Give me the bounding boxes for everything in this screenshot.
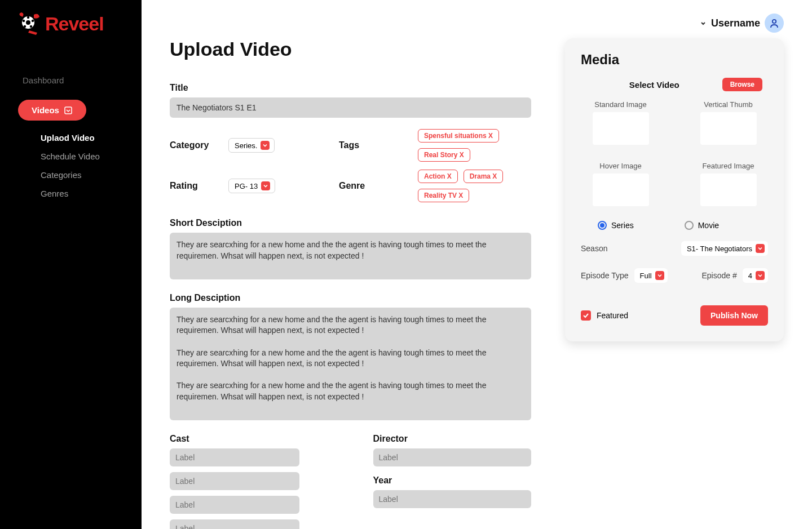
chevron-down-icon <box>655 271 664 280</box>
season-label: Season <box>581 244 607 253</box>
short-desc-input[interactable] <box>170 233 531 279</box>
thumb-placeholder <box>700 174 757 206</box>
chevron-down-icon <box>756 271 765 280</box>
nav-upload-video[interactable]: Uplaod Video <box>41 128 130 147</box>
category-select[interactable]: Series. <box>228 138 275 153</box>
vertical-thumb-upload[interactable]: Vertical Thumb <box>689 100 768 145</box>
sidebar: Reveel Dashboard Videos Uplaod Video Sch… <box>0 0 142 529</box>
svg-point-5 <box>24 25 26 28</box>
genre-chip[interactable]: Drama X <box>464 170 504 183</box>
category-value: Series. <box>235 141 257 150</box>
thumb-placeholder <box>700 112 757 145</box>
genre-chip[interactable]: Action X <box>418 170 458 183</box>
select-video-label: Select Video <box>598 80 711 90</box>
cast-input[interactable] <box>170 448 299 466</box>
nav-videos-sub: Uplaod Video Schedule Video Categories G… <box>11 128 130 203</box>
title-label: Title <box>170 83 531 93</box>
tags-label: Tags <box>339 140 384 150</box>
tags-group: Spensful situations X Real Story X <box>418 129 531 162</box>
genre-chip[interactable]: Reality TV X <box>418 189 469 202</box>
radio-icon <box>598 221 607 230</box>
rating-label: Rating <box>170 181 215 191</box>
chevron-down-icon <box>756 244 765 253</box>
category-label: Category <box>170 140 215 150</box>
page-title: Upload Video <box>170 38 531 60</box>
main: Username Upload Video Title Category Ser… <box>142 0 812 529</box>
episode-type-label: Episode Type <box>581 271 629 280</box>
rating-select[interactable]: PG- 13 <box>228 179 275 193</box>
nav-videos[interactable]: Videos <box>18 100 86 121</box>
nav: Dashboard Videos Uplaod Video Schedule V… <box>0 53 142 220</box>
username: Username <box>711 17 760 29</box>
svg-point-2 <box>27 16 29 19</box>
publish-button[interactable]: Publish Now <box>700 305 768 326</box>
episode-num-value: 4 <box>748 272 752 280</box>
radio-movie-label: Movie <box>698 221 719 230</box>
nav-dashboard[interactable]: Dashboard <box>11 70 130 91</box>
tag-chip[interactable]: Real Story X <box>418 148 470 162</box>
thumb-placeholder <box>593 174 649 206</box>
director-input[interactable] <box>373 448 532 466</box>
nav-schedule-video[interactable]: Schedule Video <box>41 147 130 166</box>
featured-image-upload[interactable]: Featured Image <box>689 162 768 206</box>
media-title: Media <box>581 52 768 68</box>
logo-icon <box>17 11 42 36</box>
topbar: Username <box>170 14 784 33</box>
year-input[interactable] <box>373 490 532 508</box>
cast-input[interactable] <box>170 472 299 490</box>
logo: Reveel <box>0 6 142 53</box>
hover-image-label: Hover Image <box>599 162 641 170</box>
svg-point-6 <box>23 20 25 22</box>
featured-label: Featured <box>597 311 628 320</box>
genres-group: Action X Drama X Reality TV X <box>418 170 531 202</box>
episode-num-select[interactable]: 4 <box>743 268 768 283</box>
svg-point-1 <box>26 20 30 25</box>
episode-type-value: Full <box>640 272 652 280</box>
svg-rect-7 <box>65 107 72 114</box>
svg-point-3 <box>32 20 34 22</box>
title-input[interactable] <box>170 97 531 118</box>
rating-value: PG- 13 <box>235 182 258 190</box>
episode-num-label: Episode # <box>701 271 736 280</box>
thumb-placeholder <box>593 112 649 145</box>
long-desc-input[interactable] <box>170 308 531 420</box>
radio-series-label: Series <box>611 221 634 230</box>
chevron-down-icon <box>64 106 73 115</box>
featured-checkbox[interactable]: Featured <box>581 310 628 321</box>
avatar[interactable] <box>765 14 784 33</box>
radio-series[interactable]: Series <box>598 221 634 230</box>
long-desc-label: Long Desciption <box>170 293 531 303</box>
radio-icon <box>685 221 694 230</box>
svg-point-8 <box>773 20 776 23</box>
radio-movie[interactable]: Movie <box>685 221 719 230</box>
media-card: Media Select Video Browse Standard Image… <box>565 38 784 341</box>
cast-input[interactable] <box>170 496 299 514</box>
featured-image-label: Featured Image <box>703 162 754 170</box>
brand-name: Reveel <box>45 13 104 35</box>
chevron-down-icon <box>261 181 270 190</box>
nav-categories[interactable]: Categories <box>41 166 130 184</box>
director-label: Director <box>373 434 532 444</box>
chevron-down-icon <box>700 20 707 26</box>
season-value: S1- The Negotiators <box>687 245 752 253</box>
year-label: Year <box>373 475 532 486</box>
season-select[interactable]: S1- The Negotiators <box>681 241 768 256</box>
checkbox-icon <box>581 310 591 321</box>
nav-genres[interactable]: Genres <box>41 184 130 203</box>
hover-image-upload[interactable]: Hover Image <box>581 162 660 206</box>
browse-button[interactable]: Browse <box>722 78 762 91</box>
svg-point-4 <box>30 25 32 28</box>
genre-label: Genre <box>339 181 384 191</box>
tag-chip[interactable]: Spensful situations X <box>418 129 499 143</box>
episode-type-select[interactable]: Full <box>634 268 668 283</box>
chevron-down-icon <box>261 141 270 150</box>
cast-input[interactable] <box>170 519 299 529</box>
nav-videos-label: Videos <box>32 105 59 115</box>
standard-image-label: Standard Image <box>594 100 647 109</box>
form-column: Upload Video Title Category Series. Tags… <box>170 38 531 529</box>
cast-label: Cast <box>170 434 328 444</box>
standard-image-upload[interactable]: Standard Image <box>581 100 660 145</box>
short-desc-label: Short Desciption <box>170 218 531 228</box>
user-menu[interactable]: Username <box>700 14 784 33</box>
vertical-thumb-label: Vertical Thumb <box>704 100 752 109</box>
